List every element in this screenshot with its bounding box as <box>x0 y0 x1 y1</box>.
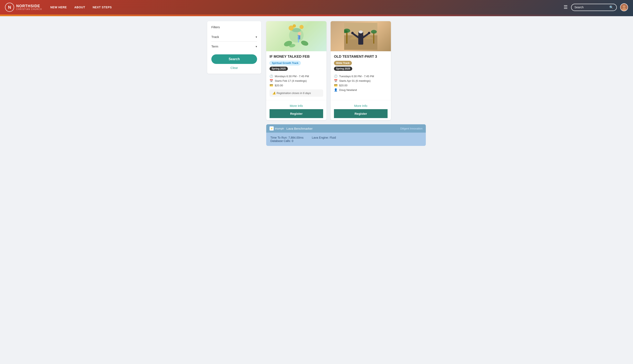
start-date-row-money: 📅 Starts Feb 17 (4 meetings) <box>270 79 323 82</box>
card-testament-info: 🕐 Tuesdays 6:30 PM - 7:45 PM 📅 Starts Ap… <box>334 74 387 92</box>
logo-circle: N <box>5 3 14 12</box>
term-label: Term <box>211 44 218 48</box>
time-to-run-stat: Time To Run: 7,884.00ms <box>270 136 304 139</box>
lava-engine-stat: Lava Engine: Fluid <box>312 136 336 139</box>
org-name: NORTHSIDE <box>16 4 42 8</box>
svg-rect-23 <box>373 32 374 44</box>
card-money-footer: More Info Register <box>266 100 326 120</box>
svg-point-31 <box>368 32 370 34</box>
cards-row: IF MONEY TALKED FEB Spiritual Growth Tra… <box>266 21 426 120</box>
calendar-icon-money: 📅 <box>270 79 273 82</box>
svg-rect-20 <box>346 31 347 44</box>
clock-icon-testament: 🕐 <box>334 74 337 78</box>
register-button-money[interactable]: Register <box>270 109 323 118</box>
svg-point-6 <box>299 25 304 29</box>
benchmarker-header: ⚡ triumph Lava Benchmarker Diligent Inno… <box>266 124 426 132</box>
instructor-text: Doug Newland <box>339 88 357 92</box>
nav-about[interactable]: ABOUT <box>74 6 85 9</box>
nav-links: NEW HERE ABOUT NEXT STEPS <box>50 6 564 9</box>
register-button-testament[interactable]: Register <box>334 109 387 118</box>
benchmarker-body: Time To Run: 7,884.00ms Database Calls: … <box>266 132 426 146</box>
svg-point-9 <box>298 32 301 35</box>
benchmarker-title: Lava Benchmarker <box>286 127 313 130</box>
svg-point-30 <box>351 32 354 34</box>
db-calls-label: Database Calls: <box>270 139 291 142</box>
card-money: IF MONEY TALKED FEB Spiritual Growth Tra… <box>266 21 326 120</box>
nav-new-here[interactable]: NEW HERE <box>50 6 67 9</box>
logo-letter: N <box>8 5 11 10</box>
more-info-link-testament[interactable]: More Info <box>334 102 387 109</box>
schedule-row-testament: 🕐 Tuesdays 6:30 PM - 7:45 PM <box>334 74 387 78</box>
start-date-text-money: Starts Feb 17 (4 meetings) <box>275 79 307 82</box>
card-money-title: IF MONEY TALKED FEB <box>270 54 323 59</box>
badge-spring-2025-testament: Spring 2025 <box>334 66 352 71</box>
card-testament-body: OLD TESTAMENT-PART 3 Bible Track Spring … <box>331 51 391 100</box>
schedule-text-money: Mondays 6:30 PM - 7:45 PM <box>275 75 309 78</box>
nav-next-steps[interactable]: NEXT STEPS <box>93 6 112 9</box>
instructor-row: 👤 Doug Newland <box>334 88 387 92</box>
svg-point-1 <box>623 5 625 8</box>
db-calls-stat: Database Calls: 0 <box>270 139 304 142</box>
price-text-testament: $20.00 <box>339 84 347 87</box>
avatar[interactable] <box>620 3 628 11</box>
triumph-icon: ⚡ <box>270 126 274 130</box>
db-calls-value: 0 <box>292 139 293 142</box>
svg-rect-12 <box>298 37 298 37</box>
svg-rect-10 <box>299 35 300 40</box>
cards-area: IF MONEY TALKED FEB Spiritual Growth Tra… <box>266 21 426 146</box>
card-money-info: 🕐 Mondays 6:30 PM - 7:45 PM 📅 Starts Feb… <box>270 74 323 87</box>
card-money-image <box>266 21 326 51</box>
price-text-money: $20.00 <box>275 84 283 87</box>
header-bar <box>0 14 633 16</box>
card-money-body: IF MONEY TALKED FEB Spiritual Growth Tra… <box>266 51 326 100</box>
instructor-icon: 👤 <box>334 88 337 92</box>
more-info-link-money[interactable]: More Info <box>270 102 323 109</box>
filters-title: Filters <box>211 25 257 29</box>
logo-area[interactable]: N NORTHSIDE CHRISTIAN CHURCH <box>5 3 42 12</box>
badge-spring-2025-money: Spring 2025 <box>270 66 288 71</box>
search-submit-button[interactable]: 🔍 <box>609 6 613 9</box>
term-chevron-icon: ▾ <box>256 45 257 48</box>
term-filter[interactable]: Term ▾ <box>211 42 257 51</box>
benchmarker: ⚡ triumph Lava Benchmarker Diligent Inno… <box>266 124 426 146</box>
track-filter[interactable]: Track ▾ <box>211 32 257 42</box>
clear-link[interactable]: Clear <box>211 66 257 70</box>
hamburger-icon[interactable]: ☰ <box>564 4 568 10</box>
track-chevron-icon: ▾ <box>256 35 257 38</box>
clock-icon-money: 🕐 <box>270 74 273 78</box>
triumph-label: triumph <box>275 127 284 130</box>
search-button[interactable]: Search <box>211 54 257 64</box>
warning-text: ⚠️ Registration closes in 6 days <box>272 92 311 95</box>
header-right: ☰ 🔍 <box>564 3 628 11</box>
sidebar: Filters Track ▾ Term ▾ Search Clear <box>207 21 261 146</box>
start-date-text-testament: Starts Apr 01 (6 meetings) <box>339 79 370 82</box>
triumph-logo: ⚡ triumph <box>270 126 284 130</box>
price-icon-money: 💳 <box>270 84 273 87</box>
benchmarker-right: Lava Engine: Fluid <box>312 136 336 142</box>
card-testament-image <box>331 21 391 51</box>
main-content: Filters Track ▾ Term ▾ Search Clear <box>202 16 431 151</box>
svg-point-15 <box>300 40 309 46</box>
track-label: Track <box>211 35 219 38</box>
site-header: N NORTHSIDE CHRISTIAN CHURCH NEW HERE AB… <box>0 0 633 14</box>
lava-engine-value: Fluid <box>330 136 336 139</box>
lava-engine-label: Lava Engine: <box>312 136 329 139</box>
search-bar: 🔍 <box>571 4 617 11</box>
schedule-text-testament: Tuesdays 6:30 PM - 7:45 PM <box>339 75 374 78</box>
search-input[interactable] <box>574 6 608 9</box>
calendar-icon-testament: 📅 <box>334 79 337 82</box>
schedule-row-money: 🕐 Mondays 6:30 PM - 7:45 PM <box>270 74 323 78</box>
registration-warning: ⚠️ Registration closes in 6 days <box>270 90 323 97</box>
svg-point-27 <box>359 30 363 34</box>
svg-rect-11 <box>298 35 298 36</box>
start-date-row-testament: 📅 Starts Apr 01 (6 meetings) <box>334 79 387 82</box>
svg-point-7 <box>293 24 296 28</box>
badge-bible-track: Bible Track <box>334 61 352 65</box>
time-to-run-value: 7,884.00ms <box>288 136 303 139</box>
card-testament-footer: More Info Register <box>331 100 391 120</box>
svg-point-24 <box>371 30 377 34</box>
diligent-label: Diligent Innovation <box>400 127 423 130</box>
card-testament-title: OLD TESTAMENT-PART 3 <box>334 54 387 59</box>
price-icon-testament: 💳 <box>334 84 337 87</box>
price-row-testament: 💳 $20.00 <box>334 84 387 87</box>
